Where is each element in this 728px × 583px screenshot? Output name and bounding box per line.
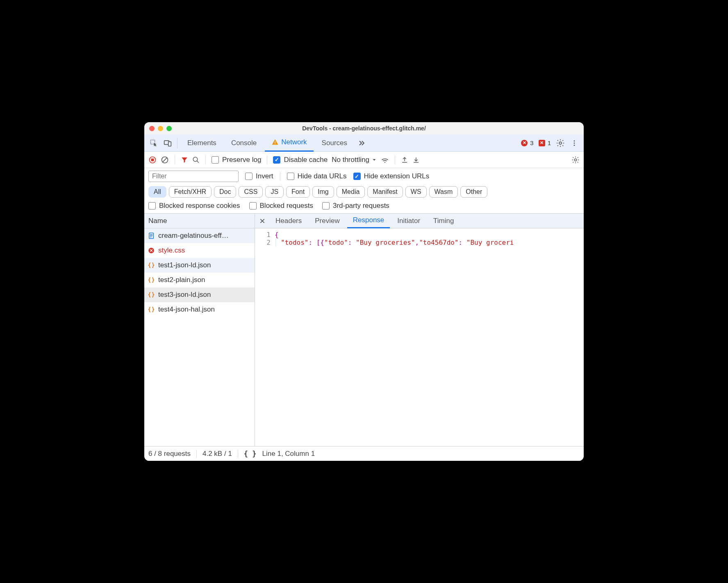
detail-tabs: Headers Preview Response Initiator Timin… (255, 214, 584, 228)
separator (175, 155, 175, 164)
dtab-timing[interactable]: Timing (428, 214, 460, 228)
svg-point-16 (574, 159, 576, 161)
issue-count[interactable]: ✕ 1 (539, 139, 551, 146)
hide-extension-urls-label: Hide extension URLs (364, 172, 430, 180)
minimize-window-button[interactable] (158, 126, 163, 131)
tab-console[interactable]: Console (225, 134, 263, 152)
blocked-requests-label: Blocked requests (260, 202, 313, 210)
blocked-cookies-checkbox[interactable]: Blocked response cookies (148, 202, 240, 210)
disable-cache-checkbox[interactable]: Disable cache (273, 156, 328, 164)
inspect-element-icon[interactable] (148, 137, 160, 149)
dtab-headers[interactable]: Headers (270, 214, 307, 228)
status-transfer: 4.2 kB / 1 (202, 450, 232, 458)
request-name: cream-gelatinous-eff… (158, 232, 229, 240)
checkbox-icon (273, 156, 280, 164)
issue-count-value: 1 (548, 139, 551, 146)
disable-cache-label: Disable cache (284, 156, 328, 164)
upload-har-icon[interactable] (401, 156, 408, 164)
checkbox-icon (148, 202, 156, 210)
chip-css[interactable]: CSS (239, 186, 263, 198)
blocked-cookies-label: Blocked response cookies (159, 202, 240, 210)
request-row[interactable]: test3-json-ld.json (144, 287, 255, 302)
json-icon (148, 306, 155, 313)
response-code-area[interactable]: 1 2 {"todos": [{"todo": "Buy groceries",… (255, 228, 584, 446)
filter-input[interactable] (148, 171, 239, 182)
throttling-select[interactable]: No throttling (332, 156, 377, 164)
third-party-checkbox[interactable]: 3rd-party requests (322, 202, 389, 210)
record-button[interactable] (148, 156, 157, 164)
hide-extension-urls-checkbox[interactable]: Hide extension URLs (353, 172, 430, 180)
separator (395, 155, 395, 164)
blocked-requests-checkbox[interactable]: Blocked requests (249, 202, 313, 210)
settings-icon[interactable] (554, 137, 566, 149)
request-name: test2-plain.json (158, 276, 205, 284)
invert-checkbox[interactable]: Invert (245, 172, 273, 180)
request-row[interactable]: test1-json-ld.json (144, 258, 255, 273)
chip-media[interactable]: Media (337, 186, 365, 198)
tab-elements-label: Elements (187, 139, 216, 147)
chip-manifest[interactable]: Manifest (367, 186, 403, 198)
network-settings-icon[interactable] (571, 156, 580, 164)
request-name: test3-json-ld.json (158, 291, 211, 299)
request-name: test1-json-ld.json (158, 261, 211, 269)
tab-sources-label: Sources (322, 139, 347, 147)
dtab-response[interactable]: Response (347, 214, 390, 228)
network-main-split: Name cream-gelatinous-eff…style.csstest1… (144, 214, 584, 446)
pretty-print-icon[interactable]: { } (244, 450, 257, 458)
chip-ws[interactable]: WS (405, 186, 427, 198)
download-har-icon[interactable] (412, 156, 420, 164)
svg-point-5 (559, 142, 562, 144)
dtab-preview[interactable]: Preview (309, 214, 345, 228)
dtab-initiator[interactable]: Initiator (391, 214, 426, 228)
request-row[interactable]: test4-json-hal.json (144, 302, 255, 317)
chip-all[interactable]: All (148, 186, 166, 198)
svg-point-15 (384, 162, 386, 163)
svg-rect-2 (168, 141, 171, 146)
status-cursor: Line 1, Column 1 (262, 450, 315, 458)
chip-wasm[interactable]: Wasm (429, 186, 458, 198)
svg-point-6 (574, 140, 575, 141)
preserve-log-checkbox[interactable]: Preserve log (212, 156, 261, 164)
clear-icon[interactable] (161, 156, 169, 164)
error-count-value: 3 (530, 139, 533, 146)
network-conditions-icon[interactable] (381, 156, 389, 164)
search-icon[interactable] (192, 156, 200, 164)
status-requests: 6 / 8 requests (148, 450, 191, 458)
list-header-name[interactable]: Name (144, 214, 255, 228)
separator (238, 450, 238, 458)
issue-icon: ✕ (539, 140, 545, 146)
devtools-window: DevTools - cream-gelatinous-effect.glitc… (144, 122, 584, 461)
error-count[interactable]: ✕ 3 (521, 139, 533, 146)
chip-fetch-xhr[interactable]: Fetch/XHR (169, 186, 212, 198)
request-row[interactable]: style.css (144, 243, 255, 258)
checkbox-icon (249, 202, 257, 210)
kebab-menu-icon[interactable] (568, 137, 580, 149)
request-row[interactable]: test2-plain.json (144, 273, 255, 287)
tab-network[interactable]: Network (265, 134, 313, 152)
chip-img[interactable]: Img (312, 186, 334, 198)
device-toggle-icon[interactable] (162, 137, 174, 149)
chip-other[interactable]: Other (460, 186, 487, 198)
close-detail-icon[interactable] (257, 215, 268, 227)
request-detail-pane: Headers Preview Response Initiator Timin… (255, 214, 584, 446)
network-toolbar: Preserve log Disable cache No throttling (144, 152, 584, 168)
filter-icon[interactable] (181, 156, 188, 164)
request-row[interactable]: cream-gelatinous-eff… (144, 228, 255, 243)
tab-elements[interactable]: Elements (181, 134, 223, 152)
chevron-down-icon (372, 157, 377, 162)
checkbox-icon (212, 156, 219, 164)
chip-font[interactable]: Font (286, 186, 310, 198)
titlebar: DevTools - cream-gelatinous-effect.glitc… (144, 122, 584, 134)
close-window-button[interactable] (149, 126, 155, 131)
hide-data-urls-checkbox[interactable]: Hide data URLs (287, 172, 347, 180)
traffic-lights (144, 126, 172, 131)
more-tabs-icon[interactable] (355, 137, 368, 149)
document-icon (148, 232, 155, 239)
maximize-window-button[interactable] (166, 126, 172, 131)
svg-rect-4 (275, 143, 276, 144)
separator (177, 138, 177, 148)
tab-sources[interactable]: Sources (315, 134, 354, 152)
tab-network-label: Network (281, 138, 307, 146)
chip-js[interactable]: JS (265, 186, 284, 198)
chip-doc[interactable]: Doc (214, 186, 236, 198)
